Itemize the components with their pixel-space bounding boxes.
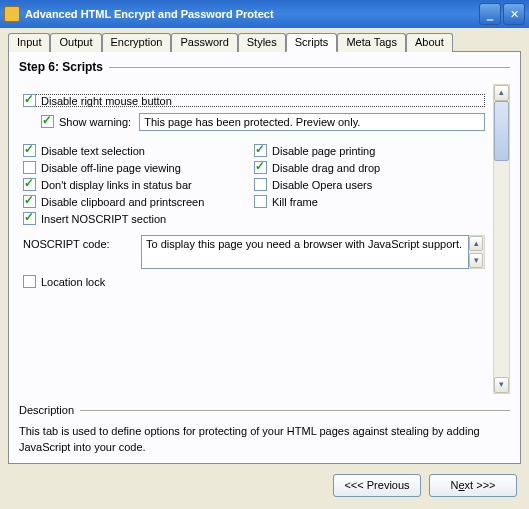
chk-show-warning[interactable]: Show warning:	[41, 115, 139, 128]
chk-no-links-status[interactable]: Don't display links in status bar	[23, 178, 254, 191]
chk-label: Show warning:	[59, 116, 131, 128]
checkbox-icon	[254, 195, 267, 208]
checkbox-icon	[254, 144, 267, 157]
chk-disable-opera[interactable]: Disable Opera users	[254, 178, 485, 191]
previous-button[interactable]: <<< Previous	[333, 474, 421, 497]
chk-disable-clipboard[interactable]: Disable clipboard and printscreen	[23, 195, 254, 208]
textarea-scrollbar[interactable]: ▴ ▾	[469, 235, 485, 269]
checkbox-icon	[23, 178, 36, 191]
chk-label: Kill frame	[272, 196, 318, 208]
checkbox-icon	[23, 94, 36, 107]
checkbox-icon	[23, 161, 36, 174]
tab-password[interactable]: Password	[171, 33, 237, 52]
titlebar: Advanced HTML Encrypt and Password Prote…	[0, 0, 529, 28]
chk-insert-noscript[interactable]: Insert NOSCRIPT section	[23, 212, 254, 225]
content-pane: Step 6: Scripts Disable right mouse butt…	[8, 51, 521, 464]
tab-encryption[interactable]: Encryption	[102, 33, 172, 52]
tab-scripts[interactable]: Scripts	[286, 33, 338, 52]
app-icon	[4, 6, 20, 22]
description-label: Description	[19, 404, 74, 416]
window-title: Advanced HTML Encrypt and Password Prote…	[25, 8, 477, 20]
next-button[interactable]: Next >>>	[429, 474, 517, 497]
tab-about[interactable]: About	[406, 33, 453, 52]
tab-output[interactable]: Output	[50, 33, 101, 52]
chk-label: Disable right mouse button	[41, 95, 172, 107]
noscript-label: NOSCRIPT code:	[23, 235, 133, 250]
checkbox-icon	[254, 178, 267, 191]
chk-label: Disable page printing	[272, 145, 375, 157]
checkbox-icon	[254, 161, 267, 174]
scroll-thumb[interactable]	[494, 101, 509, 161]
chk-label: Insert NOSCRIPT section	[41, 213, 166, 225]
tab-bar: Input Output Encryption Password Styles …	[8, 33, 521, 52]
chk-disable-text-selection[interactable]: Disable text selection	[23, 144, 254, 157]
minimize-button[interactable]: ‗	[479, 3, 501, 25]
scroll-up-icon[interactable]: ▴	[494, 85, 509, 101]
scroll-down-icon[interactable]: ▾	[469, 253, 483, 268]
chk-label: Location lock	[41, 276, 105, 288]
chk-label: Disable off-line page viewing	[41, 162, 181, 174]
footer-buttons: <<< Previous Next >>>	[8, 464, 521, 501]
checkbox-icon	[23, 275, 36, 288]
divider	[109, 67, 510, 68]
chk-label: Disable clipboard and printscreen	[41, 196, 204, 208]
step-title: Step 6: Scripts	[19, 60, 103, 74]
tab-styles[interactable]: Styles	[238, 33, 286, 52]
description-text: This tab is used to define options for p…	[19, 424, 510, 455]
pane-scrollbar[interactable]: ▴ ▾	[493, 84, 510, 394]
tab-meta-tags[interactable]: Meta Tags	[337, 33, 406, 52]
scroll-up-icon[interactable]: ▴	[469, 236, 483, 251]
chk-location-lock[interactable]: Location lock	[23, 275, 485, 288]
warning-text-input[interactable]	[139, 113, 485, 131]
chk-label: Disable text selection	[41, 145, 145, 157]
chk-label: Disable drag and drop	[272, 162, 380, 174]
chk-disable-right-mouse[interactable]: Disable right mouse button	[23, 94, 485, 107]
chk-kill-frame[interactable]: Kill frame	[254, 195, 485, 208]
chk-disable-dragdrop[interactable]: Disable drag and drop	[254, 161, 485, 174]
options-area: Disable right mouse button Show warning:…	[19, 84, 489, 394]
close-button[interactable]: ✕	[503, 3, 525, 25]
chk-label: Don't display links in status bar	[41, 179, 192, 191]
checkbox-icon	[23, 195, 36, 208]
scroll-down-icon[interactable]: ▾	[494, 377, 509, 393]
noscript-text-input[interactable]	[141, 235, 469, 269]
divider	[80, 410, 510, 411]
tab-input[interactable]: Input	[8, 33, 50, 52]
checkbox-icon	[41, 115, 54, 128]
chk-label: Disable Opera users	[272, 179, 372, 191]
window-body: Input Output Encryption Password Styles …	[0, 28, 529, 509]
checkbox-icon	[23, 212, 36, 225]
chk-disable-page-print[interactable]: Disable page printing	[254, 144, 485, 157]
chk-disable-offline[interactable]: Disable off-line page viewing	[23, 161, 254, 174]
checkbox-icon	[23, 144, 36, 157]
